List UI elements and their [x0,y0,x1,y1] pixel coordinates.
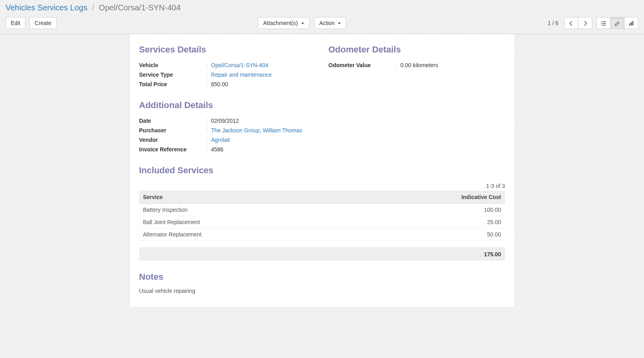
attachments-label: Attachment(s) [263,20,298,26]
service-cell: Battery Inspection [139,204,352,216]
caret-down-icon [301,23,304,24]
service-cell: Alternator Replacement [139,228,352,241]
caret-down-icon [338,23,341,24]
additional-details-heading: Additional Details [139,100,505,110]
field-purchaser: Purchaser The Jackson Group, William Tho… [139,126,316,135]
service-type-label: Service Type [139,72,207,78]
services-details-heading: Services Details [139,45,316,55]
svg-rect-2 [601,23,602,24]
table-row[interactable]: Battery Inspection100.00 [139,204,505,216]
vehicle-link[interactable]: Opel/Corsa/1-SYN-404 [211,62,268,68]
breadcrumb: Vehicles Services Logs / Opel/Corsa/1-SY… [0,0,644,12]
col-cost-header[interactable]: Indicative Cost [352,191,505,204]
table-row[interactable]: Alternator Replacement50.00 [139,228,505,241]
vendor-label: Vendor [139,137,207,143]
svg-rect-1 [602,21,606,22]
create-button[interactable]: Create [29,17,56,29]
odometer-details-heading: Odometer Details [329,45,505,55]
svg-rect-6 [629,23,630,25]
field-vendor: Vendor Agrolait [139,135,316,145]
action-label: Action [319,20,335,26]
cost-cell: 50.00 [352,228,505,241]
included-services-pager: 1-3 of 3 [139,181,505,191]
field-invoice-ref: Invoice Reference 4586 [139,145,316,154]
date-value: 02/09/2012 [211,118,316,124]
date-label: Date [139,118,207,124]
bar-chart-icon [628,21,634,26]
svg-rect-5 [602,25,606,26]
view-form-button[interactable] [610,17,625,29]
field-service-type: Service Type Repair and maintenance [139,70,316,79]
invoice-ref-label: Invoice Reference [139,146,207,153]
vehicle-label: Vehicle [139,62,207,68]
breadcrumb-separator: / [92,3,94,12]
list-icon [601,21,606,26]
included-services-table: Service Indicative Cost Battery Inspecti… [139,191,505,261]
included-services-total: 175.00 [139,248,505,261]
toolbar: Edit Create Attachment(s) Action 1 / 6 [0,12,644,34]
purchaser-label: Purchaser [139,127,207,134]
table-row[interactable]: Ball Joint Replacement25.00 [139,216,505,228]
total-price-value: 650.00 [211,81,316,87]
action-dropdown[interactable]: Action [314,17,346,29]
vendor-link[interactable]: Agrolait [211,137,230,143]
breadcrumb-current: Opel/Corsa/1-SYN-404 [99,3,181,12]
chevron-left-icon [568,21,574,26]
invoice-ref-value: 4586 [211,146,316,153]
purchaser-link[interactable]: The Jackson Group, William Thomas [211,127,302,134]
breadcrumb-root-link[interactable]: Vehicles Services Logs [6,3,88,12]
edit-button[interactable]: Edit [6,17,25,29]
service-type-link[interactable]: Repair and maintenance [211,72,272,78]
odometer-value: 0.00 kilometers [401,62,505,68]
svg-rect-3 [602,23,606,24]
form-sheet: Services Details Vehicle Opel/Corsa/1-SY… [129,34,515,307]
col-service-header[interactable]: Service [139,191,352,204]
field-total-price: Total Price 650.00 [139,79,316,89]
cost-cell: 100.00 [352,204,505,216]
edit-icon [615,21,620,26]
service-cell: Ball Joint Replacement [139,216,352,228]
pager-next-button[interactable] [578,17,592,29]
svg-rect-4 [601,25,602,26]
chevron-right-icon [582,21,588,26]
notes-heading: Notes [139,272,505,282]
pager-label: 1 / 6 [548,20,558,26]
field-date: Date 02/09/2012 [139,116,316,126]
cost-cell: 25.00 [352,216,505,228]
svg-rect-0 [601,21,602,22]
view-list-button[interactable] [596,17,611,29]
included-services-heading: Included Services [139,165,505,176]
total-price-label: Total Price [139,81,207,87]
pager-prev-button[interactable] [564,17,578,29]
odometer-label: Odometer Value [329,62,396,68]
field-odometer: Odometer Value 0.00 kilometers [329,60,505,70]
notes-text: Usual vehicle repairing [139,288,505,294]
view-graph-button[interactable] [624,17,638,29]
svg-rect-8 [632,21,634,25]
svg-rect-7 [631,22,632,26]
attachments-dropdown[interactable]: Attachment(s) [258,17,309,29]
field-vehicle: Vehicle Opel/Corsa/1-SYN-404 [139,60,316,70]
